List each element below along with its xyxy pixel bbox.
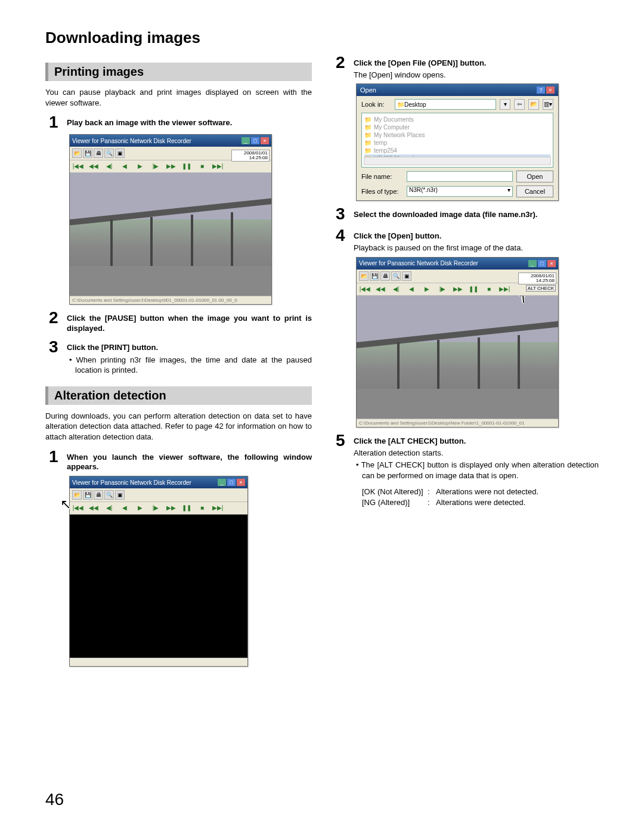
video-frame: ↖ <box>70 173 271 296</box>
step-title: Click the [ALT CHECK] button. <box>354 436 599 447</box>
step-number: 3 <box>49 339 61 355</box>
playback-time: 14:25:08 <box>520 278 555 283</box>
video-frame: ↖ <box>357 296 558 419</box>
print-icon: 🖶 <box>94 490 103 500</box>
fast-forward-icon: ▶▶ <box>165 504 177 512</box>
zoom-icon: 🔍 <box>391 271 401 281</box>
rewind-icon: ◀◀ <box>374 285 386 293</box>
result-ok-label: [OK (Not Altered)] <box>362 487 428 496</box>
viewer-screenshot-launch: Viewer for Panasonic Network Disk Record… <box>69 476 248 667</box>
step-forward-icon: |▶ <box>150 162 162 171</box>
play-back-icon: ◀ <box>405 285 417 293</box>
maximize-icon: □ <box>538 260 546 267</box>
up-folder-icon: ⇦ <box>514 99 525 110</box>
section-printing-images: Printing images <box>45 63 312 81</box>
pause-icon: ❚❚ <box>181 162 193 171</box>
open-file-icon: 📂 <box>72 490 82 500</box>
step-subtext: Alteration detection starts. <box>354 448 599 459</box>
toggle-icon: ▣ <box>115 148 125 158</box>
step-title: Play back an image with the viewer softw… <box>67 118 312 128</box>
cancel-button: Cancel <box>516 185 553 197</box>
window-title: Viewer for Panasonic Network Disk Record… <box>359 260 478 267</box>
open-file-icon: 📂 <box>72 148 82 158</box>
step-bullet: The [ALT CHECK] button is displayed only… <box>354 460 599 481</box>
maximize-icon: □ <box>251 137 259 144</box>
lookin-label: Look in: <box>361 101 391 108</box>
step-number: 1 <box>49 448 61 465</box>
section-alteration-detection: Alteration detection <box>45 386 312 405</box>
viewer-screenshot-playback: Viewer for Panasonic Network Disk Record… <box>69 134 272 305</box>
step-title: Click the [PRINT] button. <box>67 343 312 353</box>
list-item: temp254 <box>364 147 550 154</box>
step-back-icon: ◀| <box>103 162 115 171</box>
open-file-icon: 📂 <box>359 271 369 281</box>
close-icon: × <box>546 86 555 94</box>
pause-icon: ❚❚ <box>181 504 193 512</box>
window-title: Viewer for Panasonic Network Disk Record… <box>72 479 191 486</box>
maximize-icon: □ <box>227 479 236 486</box>
save-icon: 💾 <box>370 271 379 281</box>
play-icon: ▶ <box>134 162 146 171</box>
step-title: Click the [Open File (OPEN)] button. <box>354 58 599 69</box>
skip-end-icon: ▶▶| <box>499 285 510 293</box>
page-title: Downloading images <box>45 29 599 47</box>
open-button: Open <box>516 171 553 182</box>
step-number: 5 <box>336 432 348 449</box>
rewind-icon: ◀◀ <box>88 504 100 512</box>
filetype-label: Files of type: <box>361 188 403 195</box>
step-number: 3 <box>336 206 348 222</box>
minimize-icon: _ <box>528 260 537 267</box>
play-back-icon: ◀ <box>119 162 131 171</box>
new-folder-icon: 📂 <box>528 99 539 110</box>
viewer-screenshot-altcheck: Viewer for Panasonic Network Disk Record… <box>356 257 559 428</box>
fast-forward-icon: ▶▶ <box>452 285 464 293</box>
page-number: 46 <box>45 790 64 809</box>
play-icon: ▶ <box>134 504 146 512</box>
toggle-icon: ▣ <box>402 271 411 281</box>
status-bar: C:\Documents and Settings\user1\Desktop\… <box>357 419 558 427</box>
printing-intro: You can pause playback and print images … <box>45 87 312 108</box>
scrollbar <box>364 157 551 165</box>
left-column: Printing images You can pause playback a… <box>45 52 312 671</box>
step-title: Click the [Open] button. <box>354 231 599 241</box>
open-dialog-screenshot: Open ? × Look in: 📁 Desktop ▾ ⇦ 📂 ▥▾ My … <box>356 83 559 201</box>
step-forward-icon: |▶ <box>150 504 162 512</box>
step-title: Click the [PAUSE] button when the image … <box>67 314 312 334</box>
filename-label: File name: <box>361 173 403 180</box>
close-icon: × <box>237 479 245 486</box>
step-number: 4 <box>336 227 348 244</box>
step-subtext: Playback is paused on the first image of… <box>354 243 599 253</box>
print-icon: 🖶 <box>94 148 103 158</box>
rewind-start-icon: |◀◀ <box>72 504 84 512</box>
zoom-icon: 🔍 <box>104 148 114 158</box>
cursor-icon: ↖ <box>514 296 532 307</box>
list-item: temp <box>364 139 550 147</box>
close-icon: × <box>547 260 556 267</box>
colon: : <box>428 487 436 496</box>
help-icon: ? <box>537 86 545 94</box>
status-bar <box>70 658 247 666</box>
window-title: Viewer for Panasonic Network Disk Record… <box>72 138 191 144</box>
print-icon: 🖶 <box>380 271 390 281</box>
list-item: My Documents <box>364 116 550 123</box>
result-ok-desc: Alterations were not detected. <box>436 487 538 496</box>
list-item: My Computer <box>364 123 550 131</box>
save-icon: 💾 <box>83 148 92 158</box>
play-icon: ▶ <box>421 285 433 293</box>
step-back-icon: ◀| <box>390 285 402 293</box>
alteration-intro: During downloads, you can perform altera… <box>45 411 312 442</box>
zoom-icon: 🔍 <box>104 490 114 500</box>
right-column: 2 Click the [Open File (OPEN)] button. T… <box>332 52 599 671</box>
step-number: 1 <box>49 114 61 131</box>
pause-icon: ❚❚ <box>467 285 479 293</box>
save-icon: 💾 <box>83 490 92 500</box>
alt-check-button: ALT CHECK <box>526 285 556 292</box>
stop-icon: ■ <box>196 162 208 171</box>
minimize-icon: _ <box>218 479 226 486</box>
back-icon: ▾ <box>500 99 510 110</box>
video-frame-empty <box>70 515 247 658</box>
dialog-title: Open <box>360 86 376 94</box>
file-list: My Documents My Computer My Network Plac… <box>361 113 553 168</box>
result-ng-label: [NG (Altered)] <box>362 498 428 507</box>
fast-forward-icon: ▶▶ <box>165 162 177 171</box>
